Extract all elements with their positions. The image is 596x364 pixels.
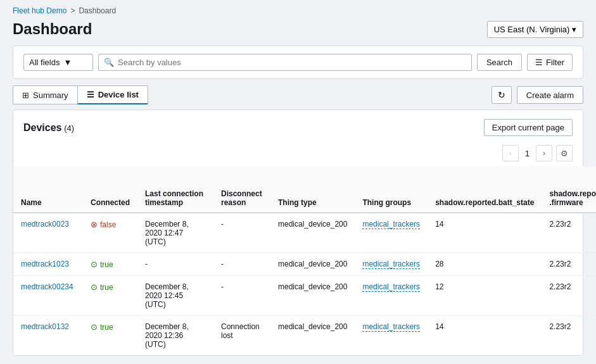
- device-link[interactable]: medtrack0132: [21, 322, 69, 331]
- content-panel: Devices (4) Export current page ‹ 1 › ⚙ …: [13, 110, 583, 356]
- search-magnifier-icon: 🔍: [104, 58, 114, 67]
- col-header-connected: Connected: [83, 166, 137, 213]
- last-connection-cell: December 8, 2020 12:45 (UTC): [137, 276, 213, 316]
- connected-status-label: true: [100, 283, 113, 292]
- last-connection-cell: December 8, 2020 12:36 (UTC): [137, 316, 213, 356]
- last-connection-cell: December 8, 2020 12:47 (UTC): [137, 213, 213, 253]
- batt-state-cell: 14: [428, 213, 542, 253]
- region-label: US East (N. Virginia) ▾: [494, 25, 576, 34]
- prev-page-button[interactable]: ‹: [502, 145, 519, 161]
- connected-status-icon: ⊙: [91, 260, 98, 269]
- devices-count: (4): [64, 123, 74, 133]
- devices-title: Devices: [23, 122, 62, 133]
- thing-groups-link[interactable]: medical_trackers: [362, 322, 420, 332]
- disconnect-reason-cell: Connection lost: [213, 316, 270, 356]
- tab-group: ⊞ Summary ☰ Device list: [13, 85, 148, 104]
- devices-header: Devices (4) Export current page: [13, 110, 583, 142]
- search-input-wrap: 🔍: [98, 54, 472, 71]
- thing-type-cell: medical_device_200: [270, 276, 355, 316]
- col-header-disconnect-reason: Disconnect reason: [213, 166, 270, 213]
- firmware-cell: 2.23r2: [542, 253, 596, 276]
- connected-status: ⊙ true: [91, 282, 130, 292]
- connected-status: ⊙ true: [91, 260, 130, 269]
- devices-title-wrap: Devices (4): [23, 122, 74, 134]
- device-link[interactable]: medtrack0023: [21, 220, 69, 229]
- filter-button[interactable]: ☰ Filter: [527, 54, 573, 71]
- table-row: medtrack0132 ⊙ true December 8, 2020 12:…: [13, 316, 596, 356]
- thing-groups-link[interactable]: medical_trackers: [362, 282, 420, 292]
- device-connected-cell: ⊙ true: [83, 316, 137, 356]
- device-link[interactable]: medtrack00234: [21, 282, 73, 291]
- connected-status-icon: ⊙: [91, 282, 98, 292]
- batt-state-cell: 28: [428, 253, 542, 276]
- connected-status-label: true: [100, 260, 113, 269]
- thing-groups-cell: medical_trackers: [355, 213, 428, 253]
- device-connected-cell: ⊗ false: [83, 213, 137, 253]
- connected-status-label: true: [100, 323, 113, 332]
- connected-status-label: false: [100, 220, 116, 229]
- breadcrumb-current: Dashboard: [79, 6, 116, 15]
- thing-groups-cell: medical_trackers: [355, 253, 428, 276]
- device-list-tab-icon: ☰: [87, 90, 94, 99]
- page-header: Dashboard US East (N. Virginia) ▾: [0, 18, 596, 46]
- thing-groups-cell: medical_trackers: [355, 276, 428, 316]
- firmware-cell: 2.23r2: [542, 276, 596, 316]
- thing-groups-link[interactable]: medical_trackers: [362, 260, 420, 269]
- connected-status-icon: ⊗: [91, 220, 98, 229]
- col-header-name: Name: [13, 166, 83, 213]
- device-name-cell: medtrack0023: [13, 213, 83, 253]
- thing-groups-cell: medical_trackers: [355, 316, 428, 356]
- tab-device-list[interactable]: ☰ Device list: [77, 85, 148, 104]
- device-name-cell: medtrack0132: [13, 316, 83, 356]
- summary-tab-label: Summary: [33, 91, 68, 100]
- table-row: medtrack1023 ⊙ true - - medical_device_2…: [13, 253, 596, 276]
- thing-type-cell: medical_device_200: [270, 253, 355, 276]
- refresh-button[interactable]: ↻: [491, 86, 512, 104]
- device-list-tab-label: Device list: [98, 90, 139, 99]
- breadcrumb-parent[interactable]: Fleet hub Demo: [13, 6, 67, 15]
- device-connected-cell: ⊙ true: [83, 276, 137, 316]
- connected-status: ⊙ true: [91, 322, 130, 332]
- next-page-button[interactable]: ›: [536, 145, 552, 161]
- tab-summary[interactable]: ⊞ Summary: [13, 85, 77, 104]
- field-selector-label: All fields: [29, 58, 60, 67]
- search-input[interactable]: [118, 58, 466, 67]
- device-link[interactable]: medtrack1023: [21, 260, 69, 268]
- breadcrumb-separator: >: [70, 6, 75, 15]
- filter-icon: ☰: [535, 58, 543, 67]
- tab-actions: ↻ Create alarm: [491, 86, 583, 104]
- col-header-batt-state: shadow.reported.batt_state: [428, 166, 542, 213]
- tabs-bar: ⊞ Summary ☰ Device list ↻ Create alarm: [0, 85, 596, 110]
- col-header-thing-groups: Thing groups: [355, 166, 428, 213]
- search-button[interactable]: Search: [477, 54, 522, 71]
- disconnect-reason-cell: -: [213, 213, 270, 253]
- devices-table: Name Connected Last connection timestamp…: [13, 166, 596, 355]
- export-button[interactable]: Export current page: [484, 119, 573, 136]
- page-number: 1: [523, 149, 532, 158]
- pagination-row: ‹ 1 › ⚙: [13, 142, 583, 166]
- col-header-last-connection: Last connection timestamp: [137, 166, 213, 213]
- device-name-cell: medtrack00234: [13, 276, 83, 316]
- table-row: medtrack0023 ⊗ false December 8, 2020 12…: [13, 213, 596, 253]
- col-header-thing-type: Thing type: [270, 166, 355, 213]
- device-name-cell: medtrack1023: [13, 253, 83, 276]
- disconnect-reason-cell: -: [213, 276, 270, 316]
- thing-groups-link[interactable]: medical_trackers: [362, 220, 420, 229]
- col-header-firmware: shadow.reported .firmware: [542, 166, 596, 213]
- batt-state-cell: 14: [428, 316, 542, 356]
- create-alarm-button[interactable]: Create alarm: [517, 86, 583, 104]
- field-selector[interactable]: All fields ▼: [23, 54, 93, 71]
- disconnect-reason-cell: -: [213, 253, 270, 276]
- firmware-cell: 2.23r2: [542, 213, 596, 253]
- connected-status: ⊗ false: [91, 220, 130, 229]
- breadcrumb: Fleet hub Demo > Dashboard: [0, 0, 596, 18]
- device-connected-cell: ⊙ true: [83, 253, 137, 276]
- connected-status-icon: ⊙: [91, 322, 98, 332]
- thing-type-cell: medical_device_200: [270, 213, 355, 253]
- page-title: Dashboard: [13, 20, 92, 38]
- batt-state-cell: 12: [428, 276, 542, 316]
- table-settings-button[interactable]: ⚙: [556, 145, 573, 161]
- firmware-cell: 2.23r2: [542, 316, 596, 356]
- region-selector[interactable]: US East (N. Virginia) ▾: [487, 21, 583, 38]
- table-row: medtrack00234 ⊙ true December 8, 2020 12…: [13, 276, 596, 316]
